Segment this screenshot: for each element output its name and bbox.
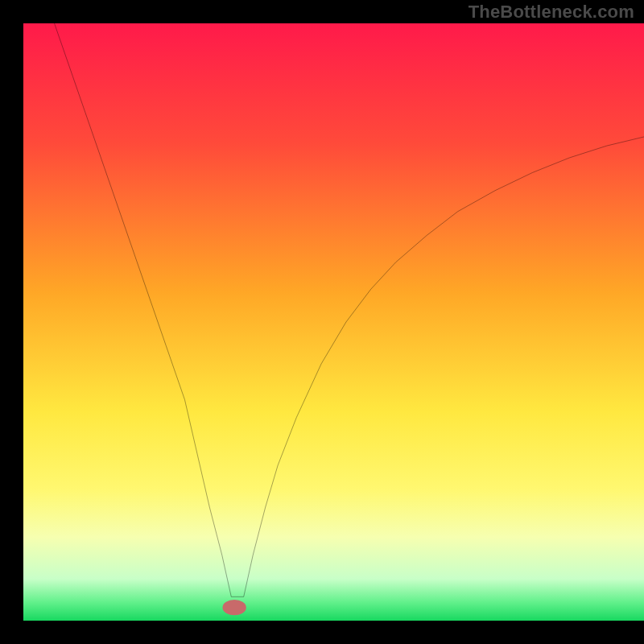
- optimal-marker: [222, 600, 246, 615]
- chart-frame: TheBottleneck.com: [0, 0, 644, 644]
- watermark-text: TheBottleneck.com: [469, 2, 634, 23]
- chart-svg: [23, 23, 644, 621]
- gradient-background: [23, 23, 644, 621]
- plot-area: [23, 23, 644, 621]
